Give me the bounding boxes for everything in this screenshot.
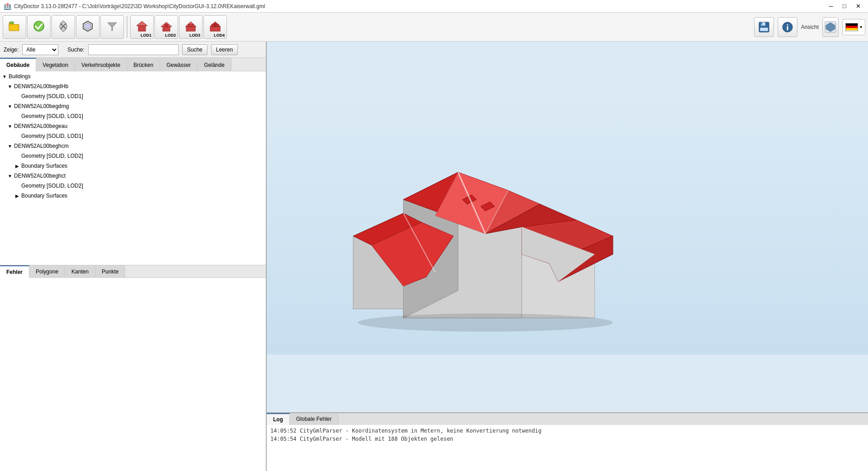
shape-icon <box>81 20 94 34</box>
heal-icon <box>57 20 70 34</box>
category-tab-bruecken[interactable]: Brücken <box>127 58 160 71</box>
tree-toggle-bldg4[interactable]: ▼ <box>7 144 13 149</box>
tree-item-bldg1-geom[interactable]: Geometry [SOLID, LOD1] <box>0 91 266 101</box>
flag-dropdown[interactable]: ▾ <box>842 19 865 35</box>
tree-toggle-bldg2[interactable]: ▼ <box>7 104 13 109</box>
bottom-tab-polygone[interactable]: Polygone <box>29 265 65 278</box>
lod1-button[interactable]: LOD1 <box>130 15 154 39</box>
title-bar-controls: ─ □ ✕ <box>825 1 864 11</box>
tree-item-bldg4-bs[interactable]: ▶Boundary Surfaces <box>0 161 266 171</box>
maximize-button[interactable]: □ <box>838 1 851 11</box>
title-bar: 🏥 CityDoctor 3.13.0-28f2477 - C:\Job\Vor… <box>0 0 868 13</box>
left-panel: Zeige: Alle Fehler Geprüft Suche: Suche … <box>0 42 267 471</box>
log-tab-globale-fehler[interactable]: Globale Fehler <box>290 413 339 425</box>
category-tab-gebaeude[interactable]: Gebäude <box>0 58 36 71</box>
svg-point-52 <box>358 313 613 331</box>
svg-rect-21 <box>217 24 219 27</box>
filter-bar: Zeige: Alle Fehler Geprüft Suche: Suche … <box>0 42 266 58</box>
filter-select[interactable]: Alle Fehler Geprüft <box>22 44 58 55</box>
lod3-icon <box>184 19 198 35</box>
tree-label-bldg5: DENW52AL00beghct <box>14 173 66 179</box>
clear-button[interactable]: Leeren <box>211 44 238 55</box>
lod4-button[interactable]: LOD4 <box>203 15 227 39</box>
log-tabs: LogGlobale Fehler <box>267 413 868 425</box>
tree-label-bldg2: DENW52AL00begdmg <box>14 103 69 109</box>
save-button[interactable] <box>754 17 774 37</box>
tree-label-bldg5-bs: Boundary Surfaces <box>21 193 67 199</box>
category-tab-vegetation[interactable]: Vegetation <box>36 58 75 71</box>
svg-marker-8 <box>85 23 91 29</box>
svg-rect-9 <box>138 26 146 31</box>
info-button[interactable] <box>778 17 797 37</box>
tree-toggle-bldg5-bs[interactable]: ▶ <box>14 193 20 198</box>
search-button[interactable]: Suche <box>182 44 208 55</box>
svg-rect-26 <box>760 28 768 31</box>
tree-item-buildings-root[interactable]: ▼Buildings <box>0 71 266 81</box>
lod3-label: LOD3 <box>189 33 200 38</box>
tree-label-bldg4-geom: Geometry [SOLID, LOD2] <box>21 153 83 159</box>
tree-item-bldg2[interactable]: ▼DENW52AL00begdmg <box>0 101 266 111</box>
toolbar-separator <box>127 16 127 38</box>
svg-rect-2 <box>10 22 14 24</box>
bottom-tab-kanten[interactable]: Kanten <box>65 265 95 278</box>
log-line-log2: 14:05:54 CityGmlParser - Modell mit 188 … <box>270 435 864 443</box>
shape-button[interactable] <box>76 15 99 39</box>
tree-item-bldg4-geom[interactable]: Geometry [SOLID, LOD2] <box>0 151 266 161</box>
bottom-tab-punkte[interactable]: Punkte <box>95 265 125 278</box>
check-button[interactable] <box>27 15 51 39</box>
view-button[interactable] <box>822 17 839 37</box>
lod3-button[interactable]: LOD3 <box>179 15 203 39</box>
tree-item-bldg5-geom[interactable]: Geometry [SOLID, LOD2] <box>0 181 266 191</box>
log-tab-log[interactable]: Log <box>267 413 290 425</box>
category-tab-gelaende[interactable]: Gelände <box>198 58 231 71</box>
main-area: Zeige: Alle Fehler Geprüft Suche: Suche … <box>0 42 868 471</box>
category-tab-verkehr[interactable]: Verkehrsobjekte <box>75 58 127 71</box>
ansicht-label: Ansicht <box>801 24 819 30</box>
tree-container[interactable]: ▼Buildings▼DENW52AL00begdHbGeometry [SOL… <box>0 71 266 265</box>
close-button[interactable]: ✕ <box>852 1 864 11</box>
tree-toggle-bldg1[interactable]: ▼ <box>7 84 13 89</box>
tree-label-bldg5-geom: Geometry [SOLID, LOD2] <box>21 183 83 189</box>
tree-toggle-buildings-root[interactable]: ▼ <box>2 74 7 79</box>
check-icon <box>33 20 45 34</box>
bottom-tabs: FehlerPolygoneKantenPunkte <box>0 265 266 278</box>
tree-label-bldg4-bs: Boundary Surfaces <box>21 163 67 169</box>
lod2-button[interactable]: LOD2 <box>155 15 178 39</box>
heal-button[interactable] <box>52 15 75 39</box>
tree-label-bldg3-geom: Geometry [SOLID, LOD1] <box>21 133 83 139</box>
tree-item-bldg2-geom[interactable]: Geometry [SOLID, LOD1] <box>0 111 266 121</box>
filter-button[interactable] <box>100 15 124 39</box>
tree-item-bldg3-geom[interactable]: Geometry [SOLID, LOD1] <box>0 131 266 141</box>
tree-label-bldg3: DENW52AL00begeau <box>14 123 67 129</box>
svg-rect-14 <box>186 27 195 31</box>
svg-rect-18 <box>210 27 220 31</box>
category-tab-gewaesser[interactable]: Gewässer <box>160 58 198 71</box>
viewport-svg <box>267 42 868 412</box>
viewport[interactable] <box>267 42 868 412</box>
minimize-button[interactable]: ─ <box>825 1 837 11</box>
lod4-label: LOD4 <box>214 33 225 38</box>
title-bar-left: 🏥 CityDoctor 3.13.0-28f2477 - C:\Job\Vor… <box>4 3 265 10</box>
svg-rect-11 <box>163 27 170 31</box>
tree-item-bldg3[interactable]: ▼DENW52AL00begeau <box>0 121 266 131</box>
tree-item-bldg5-bs[interactable]: ▶Boundary Surfaces <box>0 191 266 201</box>
search-label: Suche: <box>67 47 84 53</box>
tree-label-bldg1-geom: Geometry [SOLID, LOD1] <box>21 93 83 99</box>
tree-item-bldg1[interactable]: ▼DENW52AL00begdHb <box>0 81 266 91</box>
app-icon: 🏥 <box>4 3 11 10</box>
tree-item-bldg4[interactable]: ▼DENW52AL00beghcm <box>0 141 266 151</box>
lod2-label: LOD2 <box>165 33 176 38</box>
tree-toggle-bldg3[interactable]: ▼ <box>7 124 13 129</box>
tree-toggle-bldg4-bs[interactable]: ▶ <box>14 164 20 169</box>
log-line-log1: 14:05:52 CityGmlParser - Koordinatensyst… <box>270 427 864 435</box>
open-button[interactable] <box>3 15 26 39</box>
lod1-label: LOD1 <box>141 33 151 38</box>
search-input[interactable] <box>88 44 179 55</box>
tree-toggle-bldg5[interactable]: ▼ <box>7 174 13 179</box>
svg-marker-15 <box>185 22 196 27</box>
svg-marker-10 <box>137 21 147 26</box>
svg-rect-29 <box>787 26 788 30</box>
bottom-tab-fehler[interactable]: Fehler <box>0 265 29 278</box>
tree-item-bldg5[interactable]: ▼DENW52AL00beghct <box>0 171 266 181</box>
log-content: 14:05:52 CityGmlParser - Koordinatensyst… <box>267 425 868 471</box>
